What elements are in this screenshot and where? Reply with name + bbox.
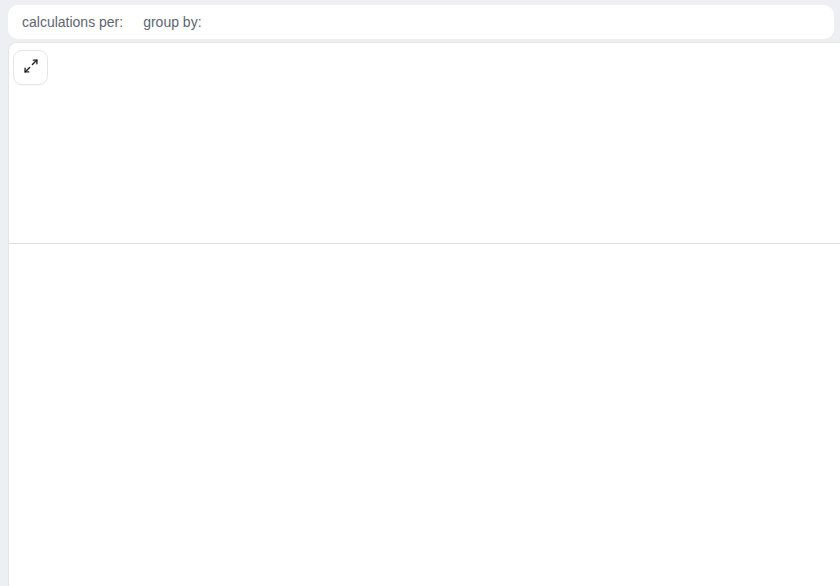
group-by-label: group by:: [143, 14, 201, 30]
expand-button[interactable]: [13, 50, 48, 85]
table-header: [9, 43, 840, 244]
nutrition-table: [8, 42, 840, 586]
calculations-per-label: calculations per:: [22, 14, 123, 30]
expand-arrows-icon: [22, 57, 40, 79]
toolbar: calculations per: group by:: [8, 5, 834, 39]
